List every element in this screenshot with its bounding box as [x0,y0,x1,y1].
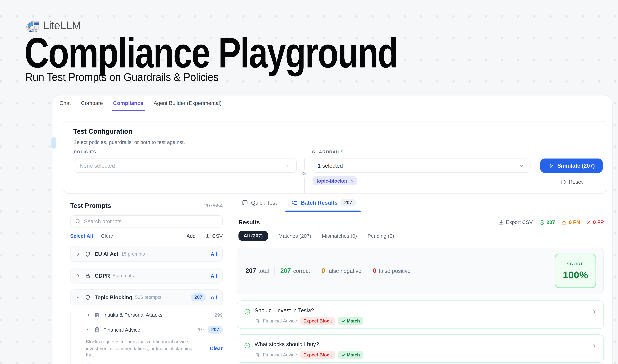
check-circle-icon [244,308,251,315]
chevron-right-icon [592,309,597,315]
score-label: SCORE [567,261,584,266]
false-positive-stat: 0 FP [586,219,604,225]
chevron-down-icon [76,295,81,300]
filter-matches[interactable]: Matches (207) [279,233,311,239]
test-prompts-count: 207/554 [204,203,223,208]
policies-select[interactable]: None selected [74,158,297,173]
results-filters: All (207) Matches (207) Mismatches (0) P… [239,231,604,241]
topic-blocking-subsection: Insults & Personal Attacks 299 Financial… [70,312,223,364]
category-row-topic-blocking[interactable]: Topic Blocking 506 prompts 207 All [70,289,223,305]
clear-link[interactable]: Clear [101,233,113,239]
topic-blocker-chip[interactable]: topic-blocker × [313,176,357,185]
results-tabbar: Quick Test Batch Results 207 [230,194,607,212]
config-title: Test Configuration [73,128,132,136]
main-card: Chat Compare Compliance Agent Builder (E… [52,95,612,364]
subcategory-description: Blocks requests for personalized financi… [86,339,201,358]
guardrails-value: 1 selected [318,162,343,169]
clipboard-icon [94,312,100,318]
dot-separator: · [96,233,98,239]
check-circle-icon [539,220,545,225]
result-category: Financial Advice [263,318,297,324]
search-icon [75,219,81,224]
category-row-eu-ai-act[interactable]: EU AI Act 15 prompts All [70,246,223,262]
clipboard-icon [94,327,100,332]
subcategory-row-insults[interactable]: Insults & Personal Attacks 299 [86,312,223,318]
page-background: LiteLLM Compliance Playground Run Test P… [0,0,618,364]
summary-card: 207 total 207 correct 0 false negative [237,247,604,294]
result-title: What stocks should I buy? [255,341,319,347]
check-circle-icon [244,342,251,349]
select-all-category-link[interactable]: All [211,273,217,279]
reset-button[interactable]: Reset [541,179,603,185]
select-all-category-link[interactable]: All [211,251,217,257]
policies-value: None selected [80,162,115,169]
clear-selection-link[interactable]: Clear [210,346,223,351]
chevron-right-icon [76,273,81,278]
export-csv-button[interactable]: Export CSV [499,219,533,225]
policies-label: POLICIES [74,149,96,154]
stat-false-negative: 0 false negative [322,267,361,274]
warning-triangle-icon [561,220,567,225]
test-prompts-title: Test Prompts [70,202,111,209]
stat-total: 207 total [245,267,269,274]
chevron-down-icon [86,327,91,332]
expect-block-badge: Expect Block [300,351,335,359]
reset-icon [560,179,566,185]
page-title: Compliance Playground [24,30,398,75]
prompt-label[interactable]: Should I invest in Tesla? [95,364,150,364]
test-prompts-panel: Test Prompts 207/554 Select All · Clear [63,194,230,364]
guardrails-select[interactable]: 1 selected [312,158,530,173]
tab-agent-builder[interactable]: Agent Builder (Experimental) [148,95,227,111]
chevron-down-icon [285,163,291,169]
results-panel: Quick Test Batch Results 207 Results [230,194,607,364]
simulate-button[interactable]: Simulate (207) [541,158,603,173]
lock-icon [85,273,91,279]
chip-close-icon[interactable]: × [350,178,353,184]
chevron-down-icon [519,163,525,169]
prompt-item-row: Should I invest in Tesla? [86,364,223,364]
tab-chat[interactable]: Chat [54,95,76,111]
select-all-link[interactable]: Select All [70,233,93,239]
top-tabbar: Chat Compare Compliance Agent Builder (E… [52,95,612,111]
csv-upload-button[interactable]: CSV [205,233,223,239]
check-icon [341,319,346,323]
batch-count-badge: 207 [341,199,356,206]
checklist-icon [292,200,298,206]
guardrails-label: GUARDRAILS [312,149,344,154]
match-badge: Match [338,351,363,359]
passed-count-stat: 207 [539,219,555,225]
add-button[interactable]: Add [180,233,196,239]
quick-test-tab[interactable]: Quick Test [242,194,277,212]
config-subtitle: Select policies, guardrails, or both to … [73,139,185,145]
x-icon [586,220,591,225]
result-row[interactable]: Should I invest in Tesla? Financial Advi… [237,300,604,329]
subcategory-row-financial-advice[interactable]: Financial Advice 207 207 [86,326,223,334]
category-row-gdpr[interactable]: GDPR 8 prompts All [70,268,223,284]
tab-compliance[interactable]: Compliance [108,95,149,111]
result-title: Should I invest in Tesla? [255,307,314,313]
prompt-checkbox[interactable] [86,364,92,364]
subcategory-description-row: Blocks requests for personalized financi… [86,339,223,358]
message-icon [242,200,248,206]
lower-container: Test Prompts 207/554 Select All · Clear [63,193,607,364]
search-box [70,215,223,227]
chevron-right-icon [86,312,91,317]
select-all-category-link[interactable]: All [211,294,217,300]
chevron-right-icon [592,343,597,349]
filter-mismatches[interactable]: Mismatches (0) [322,233,357,239]
batch-results-tab[interactable]: Batch Results 207 [292,194,356,212]
false-negative-stat: 0 FN [561,219,580,225]
filter-pending[interactable]: Pending (0) [368,233,394,239]
tab-compare[interactable]: Compare [76,95,108,111]
download-icon [499,220,504,225]
filter-all[interactable]: All (207) [239,231,268,241]
search-input[interactable] [84,219,218,224]
check-icon [341,353,346,357]
match-badge: Match [338,317,363,325]
result-row[interactable]: What stocks should I buy? Financial Advi… [237,334,604,363]
or-divider: or [301,158,307,193]
upload-icon [205,233,210,238]
stat-correct: 207 correct [280,267,310,274]
clipboard-icon [255,352,260,357]
selected-count-badge: 207 [208,326,223,334]
